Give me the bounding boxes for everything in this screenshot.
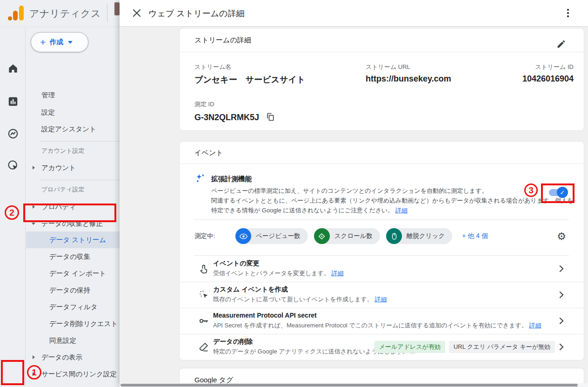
admin-sidebar: + 作成 管理 設定 設定アシスタント アカウント設定 アカウント プロパティ設… xyxy=(26,27,120,387)
measuring-badges: ページビュー数 スクロール数 離脱クリック + 他 4 個 xyxy=(235,228,488,244)
stream-id-label: ストリーム ID xyxy=(535,63,574,71)
chevron-right-icon xyxy=(556,264,566,274)
sidebar-item-data-display[interactable]: データの表示 xyxy=(26,349,120,366)
sidebar-item-data-collection-and-modification[interactable]: データの収集と修正 xyxy=(26,215,120,232)
expanded-arrow-icon xyxy=(32,223,35,225)
logo-bar-middle xyxy=(13,11,18,20)
stream-details-card-title: ストリームの詳細 xyxy=(180,28,584,52)
collapsed-arrow-icon xyxy=(33,372,35,376)
redaction-status-badges: メールアドレスが有効 URL クエリ パラメータ キーが無効 xyxy=(374,341,555,353)
advertising-icon[interactable] xyxy=(7,159,19,171)
learn-more-link[interactable]: 詳細 xyxy=(529,322,541,329)
row-title: イベントの変更 xyxy=(213,259,260,268)
sidebar-item-data-deletion-requests[interactable]: データ削除リクエスト xyxy=(26,315,120,332)
home-icon[interactable] xyxy=(7,62,19,75)
sidebar-item-settings[interactable]: 設定 xyxy=(26,104,120,121)
badge-scrolls: スクロール数 xyxy=(314,228,380,244)
collapsed-arrow-icon xyxy=(33,166,35,170)
chevron-right-icon xyxy=(556,342,566,352)
panel-body: ストリームの詳細 ストリーム名 ブンセキー サービスサイト ストリーム URL … xyxy=(120,27,588,383)
eraser-icon xyxy=(198,341,209,353)
measuring-label: 測定中: xyxy=(194,227,215,245)
collapsed-arrow-icon xyxy=(33,355,35,359)
stream-name-value: ブンセキー サービスサイト xyxy=(194,74,305,85)
google-tag-card: Google タグ xyxy=(179,368,584,383)
mouse-icon xyxy=(386,228,402,244)
badge-outbound-clicks: 離脱クリック xyxy=(386,228,452,244)
sidebar-item-consent-settings[interactable]: 同意設定 xyxy=(26,332,120,349)
chevron-right-icon xyxy=(556,290,566,300)
close-icon[interactable] xyxy=(132,8,141,18)
web-stream-details-panel: ウェブ ストリームの詳細 ストリームの詳細 ストリーム名 ブンセキー サービスサ… xyxy=(120,0,588,387)
google-tag-card-title: Google タグ xyxy=(180,368,584,383)
topbar-divider xyxy=(107,4,107,22)
events-card: イベント 拡張計測機能 ページビューの標準測定に加え、サイトのコンテンツとのイン… xyxy=(179,141,584,360)
touch-hand-icon xyxy=(198,263,209,274)
divider xyxy=(194,219,569,220)
sidebar-item-product-links[interactable]: サービス間のリンク設定 xyxy=(26,366,120,382)
scroll-icon xyxy=(314,228,330,244)
chevron-right-icon xyxy=(556,316,566,326)
collapsed-arrow-icon xyxy=(33,205,35,209)
learn-more-link[interactable]: 詳細 xyxy=(332,270,344,277)
row-description: API Secret を作成すれば、Measurement Protocol で… xyxy=(213,321,541,330)
row-description: 既存のイベントに基づいて新しいイベントを作成します。 詳細 xyxy=(213,295,387,304)
sidebar-item-account[interactable]: アカウント xyxy=(26,159,120,176)
row-data-redaction[interactable]: データの削除 特定のデータが Google アナリティクスに送信されないようにし… xyxy=(180,334,584,360)
row-create-custom-events[interactable]: カスタム イベントを作成 既存のイベントに基づいて新しいイベントを作成します。 … xyxy=(180,282,584,308)
row-title: カスタム イベントを作成 xyxy=(213,285,288,294)
explore-icon[interactable] xyxy=(7,128,19,140)
sidebar-item-data-collection[interactable]: データの収集 xyxy=(26,248,120,265)
logo-dot xyxy=(8,16,12,20)
sidebar-divider xyxy=(40,141,120,142)
obscured-toolbar-element xyxy=(114,2,120,15)
sparkle-icon xyxy=(194,172,206,183)
more-events-link[interactable]: + 他 4 個 xyxy=(462,232,488,240)
sidebar-section-account-settings: アカウント設定 xyxy=(26,143,120,159)
more-options-icon[interactable] xyxy=(564,7,572,19)
enhanced-measurement-toggle[interactable]: ✓ xyxy=(549,189,567,196)
enhanced-measurement-settings-gear-icon[interactable]: ⚙ xyxy=(556,231,567,242)
google-analytics-logo-icon[interactable] xyxy=(8,6,26,20)
sidebar-section-property-settings: プロパティ設定 xyxy=(26,181,120,198)
status-badge-email-enabled: メールアドレスが有効 xyxy=(374,341,445,353)
panel-header: ウェブ ストリームの詳細 xyxy=(120,0,588,27)
badge-page-views: ページビュー数 xyxy=(235,228,308,244)
horizontal-scrollbar xyxy=(120,383,588,387)
nav-rail: ⚙ xyxy=(0,27,26,387)
sidebar-item-data-streams[interactable]: データ ストリーム xyxy=(26,231,120,248)
status-badge-url-query-disabled: URL クエリ パラメータ キーが無効 xyxy=(449,341,555,353)
row-description: 受信イベントとパラメータを変更します。 詳細 xyxy=(213,269,344,278)
description-line-2: 関連するイベントとともに、ページ上にある要素（リンクや埋め込み動画など）からもデ… xyxy=(211,196,574,205)
panel-title: ウェブ ストリームの詳細 xyxy=(148,8,244,19)
learn-more-link[interactable]: 詳細 xyxy=(395,207,408,214)
row-title: Measurement Protocol API secret xyxy=(213,312,317,319)
logo-bar-right xyxy=(19,6,24,20)
sidebar-item-data-import[interactable]: データ インポート xyxy=(26,265,120,282)
edit-pencil-icon[interactable] xyxy=(556,35,566,45)
sidebar-item-data-filters[interactable]: データフィルタ xyxy=(26,299,120,315)
row-measurement-protocol-api-secret[interactable]: Measurement Protocol API secret API Secr… xyxy=(180,308,584,334)
enhanced-measurement-title: 拡張計測機能 xyxy=(211,175,252,183)
row-modify-events[interactable]: イベントの変更 受信イベントとパラメータを変更します。 詳細 xyxy=(180,256,584,282)
stream-details-card: ストリームの詳細 ストリーム名 ブンセキー サービスサイト ストリーム URL … xyxy=(179,28,584,131)
horizontal-scrollbar-thumb[interactable] xyxy=(120,384,578,387)
sidebar-item-setup-assistant[interactable]: 設定アシスタント xyxy=(26,121,120,137)
sidebar-item-property[interactable]: プロパティ xyxy=(26,198,120,215)
learn-more-link[interactable]: 詳細 xyxy=(374,296,387,303)
screen: アナリティクス ⚙ + 作成 管理 設定 設定アシスタント xyxy=(0,0,588,387)
sidebar-item-data-retention[interactable]: データの保持 xyxy=(26,282,120,299)
row-title: データの削除 xyxy=(213,338,253,346)
events-card-title: イベント xyxy=(180,142,584,164)
stream-name-label: ストリーム名 xyxy=(194,63,231,71)
stream-url-label: ストリーム URL xyxy=(366,63,410,71)
enhanced-measurement-description: ページビューの標準測定に加え、サイトのコンテンツとのインタラクションを自動的に測… xyxy=(211,186,574,215)
measurement-id-value: G-3N2QLRMK5J xyxy=(194,112,275,122)
copy-icon[interactable] xyxy=(266,112,275,122)
sidebar-item-admin[interactable]: 管理 xyxy=(26,87,120,103)
measurement-id-label: 測定 ID xyxy=(194,100,214,109)
reports-icon[interactable] xyxy=(7,95,19,108)
description-line-1: ページビューの標準測定に加え、サイトのコンテンツとのインタラクションを自動的に測… xyxy=(211,186,574,196)
toggle-thumb: ✓ xyxy=(557,187,568,198)
sidebar-menu: 管理 設定 設定アシスタント アカウント設定 アカウント プロパティ設定 プロパ… xyxy=(26,27,120,387)
